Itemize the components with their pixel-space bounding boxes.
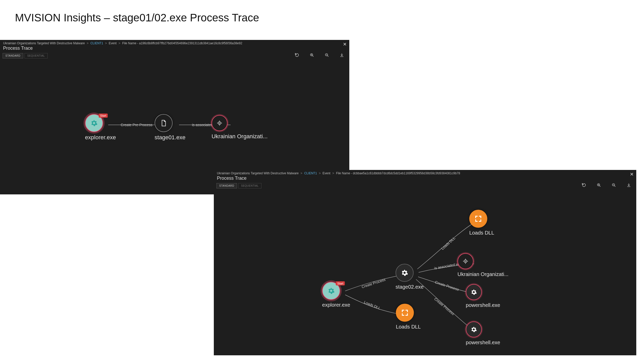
node-stage02[interactable]: stage02.exe: [396, 264, 424, 290]
node-label: stage01.exe: [155, 134, 185, 141]
node-loads-dll-bottom[interactable]: Loads DLL: [396, 304, 421, 330]
reset-icon[interactable]: [582, 183, 586, 188]
gear-icon: [396, 264, 414, 282]
target-icon: [457, 253, 473, 269]
graph-toolbar: [295, 53, 344, 58]
breadcrumb: Ukrainian Organizations Targeted With De…: [214, 170, 636, 175]
breadcrumb-event[interactable]: Event: [323, 171, 331, 175]
panel-title: Process Trace: [214, 175, 636, 183]
close-icon[interactable]: ✕: [630, 171, 634, 177]
node-label: Loads DLL: [396, 324, 421, 330]
close-icon[interactable]: ✕: [343, 41, 347, 47]
node-stage01[interactable]: stage01.exe: [155, 114, 185, 141]
breadcrumb-file: File Name - a196c6b8ffcb97ffb276d04f3546…: [122, 41, 242, 45]
download-icon[interactable]: [340, 53, 344, 58]
start-badge: Start: [99, 114, 108, 118]
expand-icon: [396, 304, 414, 322]
breadcrumb-campaign[interactable]: Ukrainian Organizations Targeted With De…: [3, 41, 85, 45]
edge-label: Loads DLL: [440, 236, 456, 251]
gear-icon: [466, 284, 482, 300]
process-trace-panel-stage02: ✕ Ukrainian Organizations Targeted With …: [214, 170, 636, 355]
tab-standard[interactable]: STANDARD: [3, 53, 23, 58]
file-icon: [155, 114, 173, 132]
target-icon: [211, 115, 227, 131]
breadcrumb-client[interactable]: CLIENT1: [90, 41, 103, 45]
node-label: powershell.exe: [466, 302, 500, 308]
node-explorer[interactable]: Start explorer.exe: [85, 114, 116, 141]
gear-icon: Start: [85, 114, 103, 132]
breadcrumb-file: File Name - dcbbae5a1c61dbbbb7dcd6dc5dd1…: [336, 171, 460, 175]
node-label: explorer.exe: [85, 134, 116, 141]
download-icon[interactable]: [626, 183, 631, 188]
tab-standard[interactable]: STANDARD: [216, 183, 237, 188]
gear-icon: [466, 322, 482, 338]
edge-label: Create Pre-Process: [121, 123, 152, 127]
breadcrumb-campaign[interactable]: Ukrainian Organizations Targeted With De…: [217, 171, 299, 175]
node-label: Loads DLL: [469, 230, 494, 236]
reset-icon[interactable]: [295, 53, 299, 58]
view-tabs: STANDARD SEQUENTIAL: [216, 183, 634, 188]
breadcrumb: Ukrainian Organizations Targeted With De…: [0, 40, 349, 45]
graph-toolbar: [582, 183, 631, 188]
panel-title: Process Trace: [0, 45, 349, 53]
edge-label: Create Process: [435, 280, 460, 291]
node-campaign[interactable]: Ukrainian Organizati...: [457, 253, 509, 277]
breadcrumb-event[interactable]: Event: [109, 41, 117, 45]
breadcrumb-client[interactable]: CLIENT1: [304, 171, 317, 175]
node-label: powershell.exe: [466, 340, 500, 346]
zoom-in-icon[interactable]: [597, 183, 601, 188]
zoom-out-icon[interactable]: [325, 53, 329, 58]
node-label: Ukrainian Organizati...: [457, 271, 509, 277]
expand-icon: [469, 210, 487, 228]
gear-icon: Start: [322, 282, 340, 300]
node-powershell-2[interactable]: powershell.exe: [466, 322, 500, 346]
node-loads-dll-top[interactable]: Loads DLL: [469, 210, 494, 236]
start-badge: Start: [336, 281, 345, 286]
node-label: Ukrainian Organizati...: [211, 133, 268, 140]
page-title: MVISION Insights – stage01/02.exe Proces…: [15, 12, 259, 24]
edge-label: Loads DLL: [363, 300, 381, 310]
node-label: stage02.exe: [396, 284, 424, 290]
edge-label: Create Process: [434, 297, 455, 316]
node-powershell-1[interactable]: powershell.exe: [466, 284, 500, 308]
zoom-out-icon[interactable]: [612, 183, 616, 188]
tab-sequential[interactable]: SEQUENTIAL: [238, 183, 261, 188]
node-label: explorer.exe: [322, 302, 350, 308]
edge-label: Create Process: [361, 277, 386, 289]
zoom-in-icon[interactable]: [310, 53, 314, 58]
graph-canvas[interactable]: Create Process Loads DLL Loads DLL is as…: [214, 188, 636, 355]
node-campaign[interactable]: Ukrainian Organizati...: [211, 115, 268, 140]
tab-sequential[interactable]: SEQUENTIAL: [24, 53, 48, 58]
node-explorer[interactable]: Start explorer.exe: [322, 282, 350, 308]
